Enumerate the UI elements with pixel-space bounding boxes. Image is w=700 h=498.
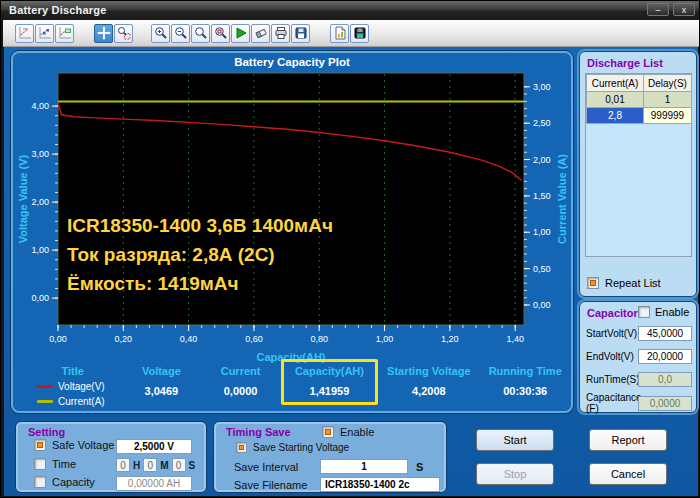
svg-text:0,00: 0,00	[533, 300, 551, 310]
safe-voltage-checkbox[interactable]	[34, 439, 46, 451]
run-icon	[234, 26, 248, 40]
erase-icon-button[interactable]	[251, 24, 270, 43]
save-interval-input[interactable]	[320, 459, 408, 474]
stat-header-capacity: Capacity(AH)	[284, 365, 376, 377]
save-icon-button[interactable]	[291, 24, 310, 43]
timing-enable-checkbox[interactable]	[322, 426, 334, 438]
row2-current-cell[interactable]: 2,8	[587, 108, 644, 124]
stat-col-running-time: Running Time 00:30:36	[479, 359, 571, 407]
save-starting-voltage-checkbox[interactable]	[236, 442, 247, 453]
stat-value-capacity: 1,41959	[284, 385, 376, 397]
plot-style-flag-icon	[58, 26, 72, 40]
capacitor-title: Capacitor	[587, 307, 638, 319]
zoom-out-icon-button[interactable]	[171, 24, 190, 43]
capacity-input[interactable]	[116, 476, 192, 491]
current-legend-label: Current(A)	[58, 396, 105, 407]
svg-text:2,00: 2,00	[533, 155, 551, 165]
toolbar-group-plot	[15, 24, 74, 43]
repeat-list-row: Repeat List	[587, 277, 661, 289]
endvolt-label: EndVolt(V)	[586, 351, 638, 362]
zoom-reset-icon	[214, 26, 228, 40]
row2-delay-cell[interactable]: 999999	[644, 108, 692, 124]
svg-text:1,20: 1,20	[441, 334, 459, 344]
save-data-icon-button[interactable]	[350, 24, 369, 43]
capacitor-enable-row: Enable	[638, 306, 689, 318]
stat-col-starting-voltage: Starting Voltage 4,2008	[378, 359, 479, 407]
save-filename-input[interactable]	[320, 477, 440, 492]
save-starting-voltage-label: Save Starting Voltage	[253, 442, 349, 453]
zoom-in-icon-button[interactable]	[151, 24, 170, 43]
capacitor-enable-label: Enable	[655, 306, 689, 318]
svg-text:2,00: 2,00	[31, 197, 49, 207]
svg-text:2,50: 2,50	[533, 118, 551, 128]
table-row[interactable]: 0,01 1	[587, 92, 692, 108]
table-row-selected[interactable]: 2,8 999999	[587, 108, 692, 124]
svg-text:0,80: 0,80	[310, 334, 328, 344]
run-icon-button[interactable]	[231, 24, 250, 43]
minimize-button[interactable]: –	[647, 3, 669, 16]
annotation-line-3: Ёмкость: 1419мАч	[67, 269, 333, 298]
capacitor-enable-checkbox[interactable]	[638, 306, 650, 318]
plot-style-dashed-icon	[18, 26, 32, 40]
stats-row: Title Voltage(V) Current(A) Voltage 3,04…	[23, 359, 571, 407]
time-seconds-input[interactable]	[172, 458, 186, 472]
time-checkbox[interactable]	[34, 458, 46, 470]
window-title: Battery Discharge	[9, 4, 107, 16]
legend-voltage: Voltage(V)	[37, 381, 122, 392]
timing-save-title: Timing Save	[226, 426, 291, 438]
stat-header-current: Current	[200, 365, 280, 377]
export-report-icon	[333, 26, 347, 40]
save-icon	[294, 26, 308, 40]
svg-text:3,00: 3,00	[533, 82, 551, 92]
zoom-region-icon-button[interactable]	[114, 24, 133, 43]
zoom-normal-icon-button[interactable]	[191, 24, 210, 43]
endvolt-input[interactable]	[638, 349, 692, 364]
discharge-list-table: Current(A) Delay(S) 0,01 1 2,8 999999	[585, 73, 692, 257]
export-report-icon-button[interactable]	[330, 24, 349, 43]
capacity-checkbox[interactable]	[34, 476, 46, 488]
startvolt-input[interactable]	[638, 326, 692, 341]
runtime-readout	[638, 372, 692, 387]
report-button[interactable]: Report	[589, 429, 667, 451]
zoom-in-icon	[154, 26, 168, 40]
row1-current-cell[interactable]: 0,01	[587, 92, 644, 108]
column-header-current[interactable]: Current(A)	[587, 75, 644, 92]
voltage-legend-swatch	[37, 385, 53, 388]
svg-text:1,00: 1,00	[376, 334, 394, 344]
column-header-delay[interactable]: Delay(S)	[644, 75, 692, 92]
timing-enable-label: Enable	[340, 426, 374, 438]
annotation-line-1: ICR18350-1400 3,6В 1400мАч	[67, 211, 333, 240]
save-interval-label: Save Interval	[234, 461, 298, 473]
row1-delay-cell[interactable]: 1	[644, 92, 692, 108]
cancel-button[interactable]: Cancel	[589, 463, 667, 485]
pan-crosshair-icon-button[interactable]	[94, 24, 113, 43]
repeat-list-checkbox[interactable]	[587, 277, 599, 289]
discharge-list-header-row: Current(A) Delay(S)	[587, 75, 692, 92]
pan-crosshair-icon	[97, 26, 111, 40]
stat-header-title: Title	[23, 365, 122, 377]
plot-style-dashed-icon-button[interactable]	[15, 24, 34, 43]
discharge-list-panel: Discharge List Current(A) Delay(S) 0,01 …	[579, 51, 697, 297]
time-minutes-input[interactable]	[143, 458, 157, 472]
print-icon-button[interactable]	[271, 24, 290, 43]
current-legend-swatch	[37, 400, 53, 403]
close-button[interactable]: x	[673, 3, 695, 16]
hours-unit-label: H	[133, 460, 140, 471]
capacitance-label: Capacitance (F)	[586, 392, 638, 414]
svg-text:0,40: 0,40	[180, 334, 198, 344]
svg-text:3,00: 3,00	[31, 149, 49, 159]
start-button[interactable]: Start	[476, 429, 554, 451]
plot-style-nodes-icon-button[interactable]	[35, 24, 54, 43]
capacitance-row: Capacitance (F)	[586, 392, 692, 414]
plot-style-flag-icon-button[interactable]	[55, 24, 74, 43]
zoom-reset-icon-button[interactable]	[211, 24, 230, 43]
stop-button[interactable]: Stop	[476, 463, 554, 485]
chart-panel: Battery Capacity Plot 0,000,200,400,600,…	[11, 51, 573, 413]
toolbar-group-navigate	[94, 24, 133, 43]
time-hours-input[interactable]	[116, 458, 130, 472]
save-interval-unit: S	[416, 461, 423, 473]
safe-voltage-input[interactable]	[116, 439, 192, 454]
stat-header-starting-voltage: Starting Voltage	[378, 365, 479, 377]
safe-voltage-label: Safe Voltage	[52, 439, 114, 451]
stat-header-running-time: Running Time	[479, 365, 571, 377]
